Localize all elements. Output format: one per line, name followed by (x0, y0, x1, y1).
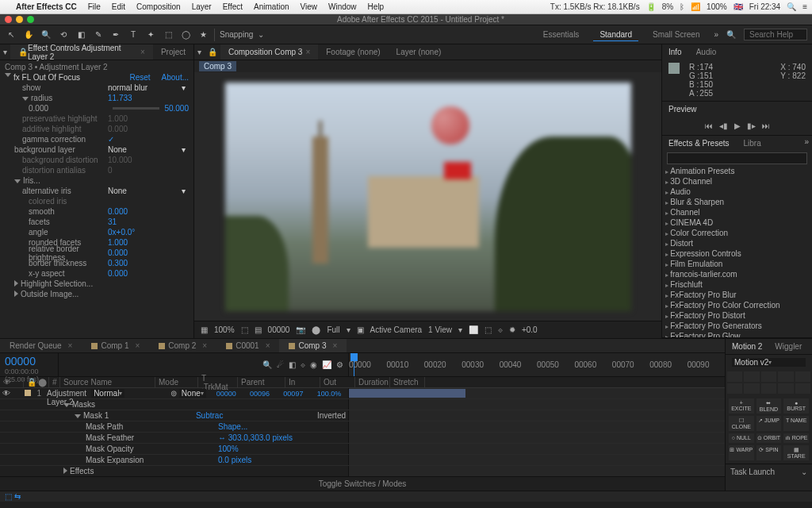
wifi-icon[interactable]: 📶 (691, 2, 700, 11)
breadcrumb[interactable]: Comp 3 (199, 61, 236, 71)
tab-composition[interactable]: Composition Comp 3× (220, 44, 318, 60)
disclosure-icon[interactable] (75, 414, 81, 418)
property-name[interactable]: Mask Expansion (60, 456, 216, 464)
motion-action-button[interactable]: ⊞ WARP (729, 445, 754, 460)
ep-category[interactable]: FxFactory Pro Color Correction (662, 300, 812, 310)
timeline-tab[interactable]: Render Queue× (0, 339, 82, 352)
ep-category[interactable]: Expression Controls (662, 248, 812, 259)
tab-wiggler[interactable]: Wiggler (772, 341, 805, 352)
tab-effects-presets[interactable]: Effects & Presets (665, 137, 733, 149)
tab-effect-controls[interactable]: 🔒 Effect Controls Adjustment Layer 2 × (10, 44, 153, 60)
workspace-essentials[interactable]: Essentials (537, 29, 586, 40)
tab-motion2[interactable]: Motion 2 (729, 341, 765, 352)
snapping-label[interactable]: Snapping (220, 30, 253, 39)
pickwhip-icon[interactable]: ⊚ (170, 389, 177, 398)
ec-dropdown[interactable]: None▾ (108, 187, 189, 195)
property-value[interactable]: Subtrac (193, 411, 315, 420)
search-help-input[interactable] (744, 29, 807, 40)
col-dur[interactable]: Duration (355, 377, 390, 387)
ep-category[interactable]: Audio (662, 187, 812, 197)
motion-preset-dd[interactable]: Motion v2 (732, 358, 806, 367)
exposure-icon[interactable]: ✹ (509, 325, 515, 334)
ec-dropdown[interactable]: normal blur▾ (108, 83, 189, 92)
property-value[interactable]: 100% (216, 444, 348, 453)
tab-audio[interactable]: Audio (693, 46, 720, 58)
ep-search-input[interactable] (667, 152, 807, 164)
tab-info[interactable]: Info (665, 46, 685, 58)
tasklaunch-chevron-icon[interactable]: ⌄ (801, 468, 807, 476)
motion-action-button[interactable]: ○ NULL (729, 433, 754, 443)
property-value[interactable]: ↔ 303.0,303.0 pixels (216, 433, 348, 442)
maximize-window-icon[interactable] (27, 16, 34, 23)
ec-value[interactable]: 0x+0.0° (108, 228, 135, 237)
first-frame-icon[interactable]: ⏮ (705, 121, 713, 130)
ec-value[interactable]: 0.300 (108, 259, 128, 267)
timeline-tab[interactable]: Comp 2× (149, 339, 216, 352)
panbehind-tool-icon[interactable]: ✎ (92, 29, 105, 41)
resolution-dd[interactable]: Full (327, 325, 339, 334)
spotlight-icon[interactable]: 🔍 (787, 2, 796, 11)
fast-previews-icon[interactable]: ▾ (458, 325, 462, 334)
tl-motionblur-icon[interactable]: ◉ (310, 360, 317, 369)
camera-icon[interactable]: ▾ (347, 325, 350, 334)
workspace-standard[interactable]: Standard (593, 29, 638, 41)
pen-tool-icon[interactable]: ✒ (109, 29, 122, 41)
3d-icon[interactable]: ⬜ (469, 325, 478, 334)
property-value[interactable]: Shape... (216, 422, 348, 431)
play-icon[interactable]: ▶ (734, 121, 741, 130)
frame-value[interactable]: 00000 (268, 325, 290, 334)
effect-fx-icon[interactable]: fx (13, 73, 20, 82)
tab-layer[interactable]: Layer (none) (389, 44, 450, 60)
ep-category[interactable]: FxFactory Pro Blur (662, 290, 812, 300)
disclosure-icon[interactable] (14, 291, 18, 297)
minimize-window-icon[interactable] (16, 16, 23, 23)
ep-category[interactable]: Channel (662, 207, 812, 217)
ep-category[interactable]: Color Correction (662, 228, 812, 238)
lock-icon[interactable]: 🔒 (18, 48, 28, 56)
clock[interactable]: Fri 22:34 (749, 2, 780, 11)
col-source[interactable]: Source Name (60, 377, 155, 387)
battery-icon[interactable]: 🔋 (646, 2, 656, 11)
workspace-smallscreen[interactable]: Small Screen (646, 29, 706, 40)
roi-icon[interactable]: ⬚ (241, 325, 248, 334)
ec-value[interactable]: 1.000 (108, 238, 128, 247)
motion-action-button[interactable]: T NAME (783, 416, 809, 431)
tab-libraries[interactable]: Libra (741, 137, 764, 149)
tl-brainstorm-icon[interactable]: ⚙ (336, 360, 343, 369)
effect-disclosure-icon[interactable] (5, 73, 11, 77)
prev-frame-icon[interactable]: ◂▮ (719, 121, 728, 130)
ep-category[interactable]: FxFactory Pro Distort (662, 310, 812, 321)
zoom-tool-icon[interactable]: 🔍 (40, 29, 52, 41)
motion-action-button[interactable]: ☐ CLONE (729, 416, 754, 431)
ec-value[interactable]: ✓ (108, 135, 114, 144)
flag-icon[interactable]: 🇬🇧 (733, 2, 743, 11)
time-ruler[interactable]: 0000000010000200003000040000500006000070… (349, 353, 725, 376)
app-name[interactable]: After Effects CC (16, 2, 77, 11)
motion-action-button[interactable]: ↗ JUMP (756, 416, 782, 431)
col-trkmat[interactable]: T .TrkMat (198, 377, 238, 387)
camera-tool-icon[interactable]: ◧ (75, 29, 87, 41)
menu-animation[interactable]: Animation (254, 2, 289, 11)
views-dd[interactable]: 1 View (428, 325, 452, 334)
ec-value[interactable]: 0.000 (108, 248, 128, 257)
pixel-aspect-icon[interactable]: ⬚ (485, 325, 492, 334)
ep-category[interactable]: Frischluft (662, 279, 812, 290)
property-name[interactable]: Effects (60, 467, 205, 475)
property-value[interactable]: 0.0 pixels (216, 456, 348, 464)
grid-icon[interactable]: ▦ (201, 325, 208, 334)
bluetooth-icon[interactable]: ᛒ (680, 2, 684, 11)
col-mode[interactable]: Mode (155, 377, 198, 387)
tl-graph-icon[interactable]: 📈 (322, 360, 331, 369)
menu-extras-icon[interactable]: ≡ (802, 2, 807, 11)
close-comp-tab-icon[interactable]: × (305, 48, 310, 56)
visibility-toggle[interactable]: 👁 (0, 389, 11, 398)
menu-file[interactable]: File (88, 2, 101, 11)
ep-category[interactable]: Animation Presets (662, 166, 812, 176)
ep-category[interactable]: FxFactory Pro Generators (662, 321, 812, 331)
menu-layer[interactable]: Layer (192, 2, 212, 11)
disclosure-icon[interactable] (14, 179, 21, 183)
workspace-more-icon[interactable]: » (714, 30, 718, 39)
search-icon[interactable]: 🔍 (726, 30, 736, 39)
property-name[interactable]: Masks (60, 400, 205, 409)
exposure-value[interactable]: +0.0 (522, 325, 538, 334)
